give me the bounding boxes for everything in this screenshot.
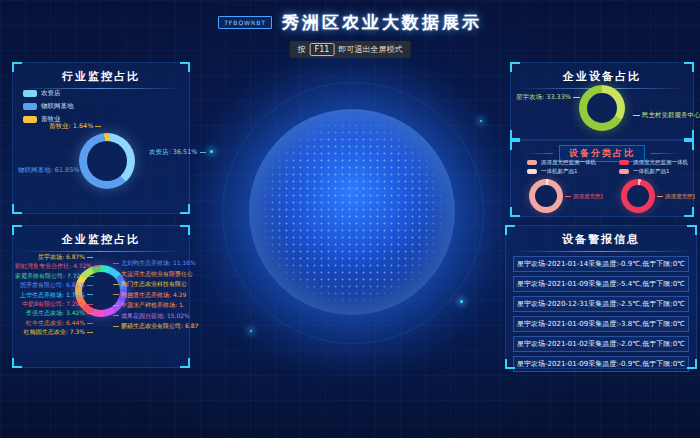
- enterprise-labels-left: 星宇农场: 6.87% 彩虹湾鱼专业合作社: 4.72% 家庭养殖有限公司: 7…: [15, 252, 93, 337]
- pie-label: 上华生态养殖场: 1.72%: [15, 290, 93, 299]
- enterprise-labels-right: 北刘鸭生态养殖场: 11.16% 大运河生态牧业有限责任公 陶门生态农业科技有限…: [113, 258, 199, 332]
- corner-bracket: [684, 140, 694, 150]
- pie-label: 温湿度光照监测一: [565, 193, 603, 200]
- pie-label: 李强生态农场: 3.42%: [15, 308, 93, 317]
- alarm-list-item: 星宇农场-2020-12-31采集温度:-2.5℃,低于下限:0℃: [513, 296, 689, 312]
- glow-particle: [210, 150, 213, 153]
- legend-item[interactable]: 温湿度光照监测一体机: [619, 159, 695, 166]
- corner-bracket: [687, 359, 697, 369]
- corner-bracket: [684, 62, 694, 72]
- legend-label: 温湿度光照监测一体机: [541, 159, 596, 166]
- legend-label: 农资店: [41, 89, 61, 98]
- pie-label: 星宇农场: 6.87%: [15, 252, 93, 261]
- corner-bracket: [12, 204, 22, 214]
- legend-swatch: [619, 160, 629, 165]
- legend-label: 一体机新产品1: [633, 168, 670, 175]
- fullscreen-hint: 按 F11 即可退出全屏模式: [290, 41, 411, 58]
- corner-bracket: [12, 225, 22, 235]
- title-divider: [514, 251, 688, 252]
- device-donut-chart[interactable]: [579, 85, 625, 131]
- pie-label: 家庭养殖有限公司: 7.72%: [15, 271, 93, 280]
- corner-bracket: [687, 225, 697, 235]
- pie-label: 大运河生态牧业有限责任公: [113, 269, 199, 280]
- corner-bracket: [510, 130, 520, 140]
- legend-item[interactable]: 物联网基地: [23, 102, 74, 111]
- legend-item[interactable]: 一体机新产品1: [527, 168, 603, 175]
- corner-bracket: [180, 204, 190, 214]
- device-ratio-panel: 企业设备占比 星宇农场: 33.33% 民主村党群服务中心...: [510, 62, 694, 140]
- panel-title: 企业监控占比: [13, 226, 189, 247]
- corner-bracket: [12, 62, 22, 72]
- pie-label: 红梅园生态农业: 7.3%: [15, 327, 93, 336]
- dashboard: 7FBQWRBT 秀洲区农业大数据展示 按 F11 即可退出全屏模式 行业监控占…: [0, 0, 700, 438]
- page-title: 秀洲区农业大数据展示: [282, 11, 482, 34]
- corner-bracket: [684, 207, 694, 217]
- alarm-list-item: 星宇农场-2021-01-09采集温度:-5.4℃,低于下限:0℃: [513, 276, 689, 292]
- legend-swatch: [23, 90, 37, 97]
- pie-label: 丰源水产种植养殖场: 1.: [113, 300, 199, 311]
- panel-title: 行业监控占比: [13, 63, 189, 84]
- header: 7FBQWRBT 秀洲区农业大数据展示: [0, 11, 700, 34]
- title-side-line: [525, 153, 553, 154]
- legend-item[interactable]: 农资店: [23, 89, 74, 98]
- pie-label: 鹏硕生态农业有限公司: 6.87%: [113, 321, 199, 332]
- legend-swatch: [23, 103, 37, 110]
- corner-bracket: [180, 62, 190, 72]
- corner-bracket: [505, 225, 515, 235]
- corner-bracket: [684, 130, 694, 140]
- pie-label: 物联网基地: 61.85%: [18, 166, 88, 175]
- legend-label: 物联网基地: [41, 102, 74, 111]
- industry-monitor-panel: 行业监控占比 农资店 物联网基地 畜牧业: [12, 62, 190, 214]
- pie-label: 国开发有限公司: 6.87%: [15, 280, 93, 289]
- corner-bracket: [180, 225, 190, 235]
- fullscreen-hint-suffix: 即可退出全屏模式: [338, 44, 402, 55]
- pie-label: 中奶8有限公司: 7.29%: [15, 299, 93, 308]
- legend-item[interactable]: 一体机新产品1: [619, 168, 695, 175]
- industry-donut-chart[interactable]: [79, 133, 135, 189]
- pie-label: 红丰生态农业: 6.44%: [15, 318, 93, 327]
- panel-title: 企业设备占比: [511, 63, 693, 84]
- glow-particle: [250, 330, 252, 332]
- device-category-panel: 设备分类占比 温湿度光照监测一体机 一体机新产品1 温湿度光照监测一: [510, 140, 694, 217]
- category-chart-left: 温湿度光照监测一体机 一体机新产品1 温湿度光照监测一: [513, 159, 603, 215]
- globe: [249, 109, 455, 315]
- glow-particle: [480, 120, 482, 122]
- pie-label: 农资店: 36.51%: [149, 148, 206, 157]
- alarm-list: 星宇农场-2021-01-14采集温度:-0.9℃,低于下限:0℃ 星宇农场-2…: [506, 256, 696, 372]
- title-side-line: [651, 153, 679, 154]
- category-chart-right: 温湿度光照监测一体机 一体机新产品1 温湿度光照监一: [605, 159, 695, 215]
- corner-bracket: [12, 358, 22, 368]
- legend-label: 一体机新产品1: [541, 168, 578, 175]
- pie-label: 畜牧业: 1.64%: [49, 122, 101, 131]
- pie-label: 民主村党群服务中心...: [633, 111, 700, 120]
- corner-bracket: [510, 62, 520, 72]
- corner-bracket: [510, 207, 520, 217]
- glow-particle: [460, 300, 463, 303]
- pie-label: 成果花园自留地: 15.02%: [113, 311, 199, 322]
- category-legend: 温湿度光照监测一体机 一体机新产品1: [605, 159, 695, 175]
- corner-bracket: [180, 358, 190, 368]
- category-donut-right[interactable]: [621, 179, 655, 213]
- category-donut-left[interactable]: [529, 179, 563, 213]
- alarm-list-item: 星宇农场-2021-01-02采集温度:-2.0℃,低于下限:0℃: [513, 336, 689, 352]
- corner-bracket: [505, 359, 515, 369]
- legend-swatch: [527, 160, 537, 165]
- category-legend: 温湿度光照监测一体机 一体机新产品1: [513, 159, 603, 175]
- enterprise-monitor-panel: 企业监控占比 星宇农场: 6.87% 彩虹湾鱼专业合作社: 4.72% 家庭养殖…: [12, 225, 190, 368]
- legend-swatch: [23, 116, 37, 123]
- pie-label: 温湿度光照监一: [657, 193, 695, 200]
- pie-label: 鸭苗蛋生态养殖场: 4.29: [113, 290, 199, 301]
- alarm-list-item: 星宇农场-2021-01-09采集温度:-3.8℃,低于下限:0℃: [513, 316, 689, 332]
- pie-label: 北刘鸭生态养殖场: 11.16%: [113, 258, 199, 269]
- legend-item[interactable]: 温湿度光照监测一体机: [527, 159, 603, 166]
- pie-label: 星宇农场: 33.33%: [516, 93, 580, 102]
- legend-label: 温湿度光照监测一体机: [633, 159, 688, 166]
- pie-label: 陶门生态农业科技有限公: [113, 279, 199, 290]
- device-alarm-panel: 设备警报信息 星宇农场-2021-01-14采集温度:-0.9℃,低于下限:0℃…: [505, 225, 697, 369]
- corner-bracket: [510, 140, 520, 150]
- pie-label: 彩虹湾鱼专业合作社: 4.72%: [15, 261, 93, 270]
- legend-swatch: [619, 169, 629, 174]
- fullscreen-hint-prefix: 按: [298, 44, 306, 55]
- alarm-list-item: 星宇农场-2021-01-09采集温度:-0.9℃,低于下限:0℃: [513, 356, 689, 372]
- panel-title: 设备警报信息: [506, 226, 696, 247]
